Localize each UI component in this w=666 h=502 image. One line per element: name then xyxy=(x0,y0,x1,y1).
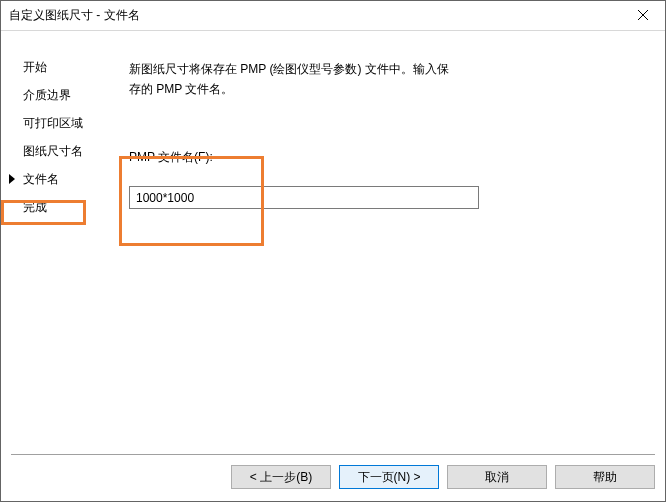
main-panel: 新图纸尺寸将保存在 PMP (绘图仪型号参数) 文件中。输入保存的 PMP 文件… xyxy=(113,59,665,454)
titlebar: 自定义图纸尺寸 - 文件名 xyxy=(1,1,665,31)
description-text: 新图纸尺寸将保存在 PMP (绘图仪型号参数) 文件中。输入保存的 PMP 文件… xyxy=(129,59,459,99)
step-printable-area[interactable]: 可打印区域 xyxy=(23,115,113,131)
pmp-filename-input-wrap xyxy=(129,186,479,209)
next-button[interactable]: 下一页(N) > xyxy=(339,465,439,489)
wizard-steps: 开始 介质边界 可打印区域 图纸尺寸名 文件名 完成 xyxy=(1,59,113,454)
button-row: < 上一步(B) 下一页(N) > 取消 帮助 xyxy=(1,465,665,501)
content-area: 开始 介质边界 可打印区域 图纸尺寸名 文件名 完成 新图纸尺寸将保存在 PMP… xyxy=(1,31,665,454)
cancel-button[interactable]: 取消 xyxy=(447,465,547,489)
step-start[interactable]: 开始 xyxy=(23,59,113,75)
step-paper-size-name[interactable]: 图纸尺寸名 xyxy=(23,143,113,159)
pmp-filename-input[interactable] xyxy=(129,186,479,209)
step-media-bounds[interactable]: 介质边界 xyxy=(23,87,113,103)
dialog-window: 自定义图纸尺寸 - 文件名 开始 介质边界 可打印区域 图纸尺寸名 文件名 完成… xyxy=(0,0,666,502)
close-icon xyxy=(638,9,648,23)
help-button[interactable]: 帮助 xyxy=(555,465,655,489)
window-title: 自定义图纸尺寸 - 文件名 xyxy=(1,7,140,24)
dialog-body: 开始 介质边界 可打印区域 图纸尺寸名 文件名 完成 新图纸尺寸将保存在 PMP… xyxy=(1,31,665,501)
pmp-filename-label: PMP 文件名(F): xyxy=(129,149,635,166)
step-finish[interactable]: 完成 xyxy=(23,199,113,215)
close-button[interactable] xyxy=(620,1,665,31)
back-button[interactable]: < 上一步(B) xyxy=(231,465,331,489)
step-file-name[interactable]: 文件名 xyxy=(23,171,113,187)
separator xyxy=(11,454,655,455)
